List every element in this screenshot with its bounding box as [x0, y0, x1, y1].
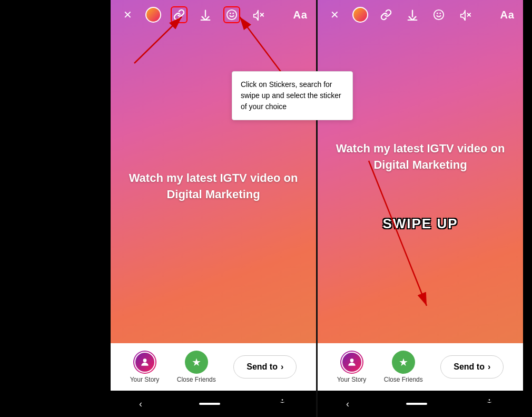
download-icon-left[interactable] [197, 6, 214, 23]
svg-point-9 [434, 10, 444, 20]
right-story-text: Watch my latest IGTV video on Digital Ma… [328, 141, 513, 173]
nav-back-right[interactable]: ‹ [346, 399, 349, 410]
close-friends-avatar-right: ★ [392, 351, 415, 374]
your-story-option-left[interactable]: Your Story [130, 351, 160, 383]
link-icon-right[interactable] [378, 6, 395, 23]
left-phone: ✕ [111, 0, 316, 417]
left-toolbar: ✕ [111, 0, 316, 30]
nav-accessibility-right[interactable] [484, 399, 495, 409]
right-nav-bar: ‹ [318, 391, 523, 417]
avatar-left[interactable] [145, 7, 161, 23]
sticker-icon-right[interactable] [430, 6, 447, 23]
right-phone: ✕ [318, 0, 523, 417]
swipe-up-sticker: SWIPE UP [382, 216, 458, 232]
mute-icon-left[interactable] [250, 6, 267, 23]
mute-icon-right[interactable] [457, 6, 474, 23]
svg-point-6 [143, 358, 146, 362]
right-bottom-bar: Your Story ★ Close Friends Send to › [318, 343, 523, 391]
send-to-button-right[interactable]: Send to › [440, 355, 504, 379]
nav-back-left[interactable]: ‹ [139, 399, 142, 410]
right-toolbar-icons: ✕ [326, 6, 474, 23]
close-friends-avatar-left: ★ [185, 351, 208, 374]
close-button-right[interactable]: ✕ [326, 6, 343, 23]
send-to-button-left[interactable]: Send to › [233, 355, 297, 379]
your-story-option-right[interactable]: Your Story [337, 351, 367, 383]
left-bottom-bar: Your Story ★ Close Friends Send to › [111, 343, 316, 391]
right-toolbar: ✕ [318, 0, 523, 30]
link-icon-left[interactable] [171, 6, 188, 23]
close-button-left[interactable]: ✕ [119, 6, 136, 23]
close-friends-option-left[interactable]: ★ Close Friends [177, 351, 216, 383]
nav-accessibility-left[interactable] [277, 399, 288, 409]
font-button-right[interactable]: Aa [500, 9, 515, 21]
sticker-icon-left[interactable] [223, 6, 240, 23]
svg-point-1 [227, 10, 237, 20]
svg-point-7 [282, 399, 283, 401]
avatar-right[interactable] [352, 7, 368, 23]
your-story-label-right: Your Story [337, 376, 367, 383]
left-black-area [0, 0, 111, 417]
font-button-left[interactable]: Aa [293, 9, 308, 21]
left-story-text: Watch my latest IGTV video on Digital Ma… [121, 170, 306, 203]
close-friends-label-right: Close Friends [384, 376, 423, 383]
close-friends-option-right[interactable]: ★ Close Friends [384, 351, 423, 383]
tooltip-text: Click on Stickers, search for swipe up a… [241, 80, 341, 111]
swipe-up-text: SWIPE UP [382, 216, 458, 232]
tooltip-box: Click on Stickers, search for swipe up a… [232, 71, 353, 120]
close-friends-label-left: Close Friends [177, 376, 216, 383]
your-story-avatar-left [133, 351, 156, 374]
download-icon-right[interactable] [404, 6, 421, 23]
svg-point-14 [350, 358, 353, 362]
nav-home-right[interactable] [406, 403, 427, 405]
home-indicator-left [199, 403, 220, 405]
left-toolbar-icons: ✕ [119, 6, 267, 23]
left-nav-bar: ‹ [111, 391, 316, 417]
nav-home-left[interactable] [199, 403, 220, 405]
your-story-avatar-right [340, 351, 363, 374]
svg-point-15 [489, 399, 490, 401]
your-story-label-left: Your Story [130, 376, 160, 383]
home-indicator-right [406, 403, 427, 405]
